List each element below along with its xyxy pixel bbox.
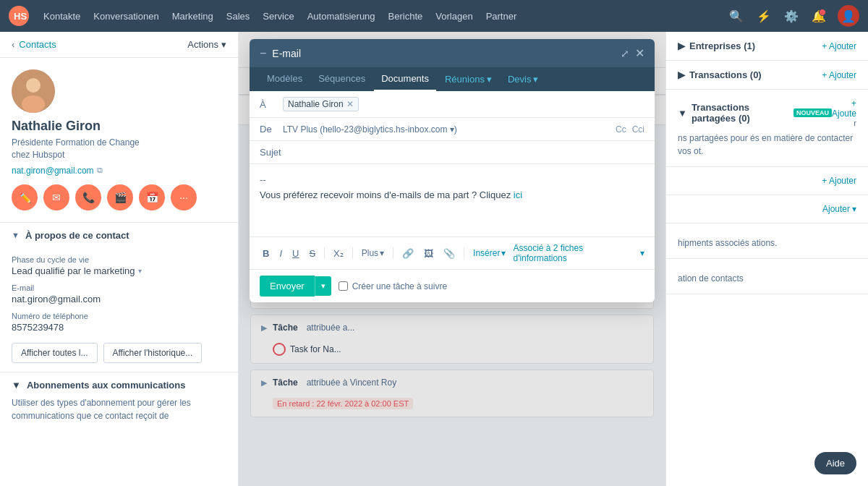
lifecycle-dropdown-icon: ▾ [138, 267, 142, 275]
subscript-button[interactable]: X₂ [331, 246, 346, 261]
link-button[interactable]: 🔗 [399, 246, 417, 261]
subscriptions-title[interactable]: ▼ Abonnements aux communications [12, 380, 226, 391]
to-label: À [260, 99, 283, 110]
chevron-down-icon: ▾ [221, 39, 226, 50]
about-section-header[interactable]: ▼ À propos de ce contact [0, 222, 238, 248]
add-multi-link[interactable]: Ajoute [832, 108, 856, 119]
modal-tab-modeles[interactable]: Modèles [260, 67, 310, 91]
image-button[interactable]: 🖼 [421, 246, 436, 261]
email-label: E-mail [12, 284, 226, 292]
email-value: nat.giron@gmail.com [12, 294, 226, 304]
edit-button[interactable]: ✏️ [12, 184, 38, 210]
modal-tabs: Modèles Séquences Documents Réunions ▾ D… [250, 67, 655, 91]
nav-berichte[interactable]: Berichte [388, 11, 423, 22]
nav-kontakte[interactable]: Kontakte [43, 11, 80, 22]
ajouter2-add-link[interactable]: Ajouter ▾ [822, 204, 856, 214]
right-sidebar: ▶ Entreprises (1) + Ajouter ▶ Transactio… [665, 32, 868, 486]
modal-tab-devis[interactable]: Devis ▾ [501, 67, 546, 91]
entreprises-header: ▶ Entreprises (1) + Ajouter [678, 40, 856, 51]
phone-label: Numéro de téléphone [12, 312, 226, 320]
shipments-section: hipments associés ations. [666, 223, 868, 259]
actions-button[interactable]: Actions ▾ [187, 39, 226, 50]
transactions-partagees-add: + Ajoute r [832, 98, 856, 127]
transactions-add-link[interactable]: + Ajouter [822, 70, 856, 80]
nav-vorlagen[interactable]: Vorlagen [435, 11, 472, 22]
modal-tab-sequences[interactable]: Séquences [311, 67, 373, 91]
cci-button[interactable]: Cci [632, 124, 644, 135]
notifications-icon[interactable]: 🔔 [810, 7, 827, 25]
insert-button[interactable]: Insérer ▾ [470, 246, 509, 260]
italic-button[interactable]: I [276, 246, 285, 261]
nav-service[interactable]: Service [263, 11, 294, 22]
video-button[interactable]: 🎬 [107, 184, 133, 210]
transactions-title: ▶ Transactions (0) [678, 69, 762, 80]
nav-marketing[interactable]: Marketing [172, 11, 213, 22]
email-body[interactable]: -- Vous préférez recevoir moins d'e-mail… [250, 164, 655, 236]
modal-header-left: − E-mail [260, 47, 301, 60]
avatar-image [12, 69, 55, 113]
settings-icon[interactable]: ⚙️ [783, 7, 800, 25]
entreprises-chevron-icon[interactable]: ▶ [678, 40, 685, 51]
modal-tab-reunions[interactable]: Réunions ▾ [438, 67, 499, 91]
more-button[interactable]: ··· [171, 184, 197, 210]
transactions-partagees-chevron-icon[interactable]: ▼ [678, 108, 687, 119]
toolbar-separator-3 [393, 247, 393, 259]
contact-profile: Nathalie Giron Présidente Formation de C… [0, 58, 238, 222]
unsubscribe-link[interactable]: ici [514, 189, 522, 200]
marketplace-icon[interactable]: ⚡ [755, 7, 773, 25]
send-button[interactable]: Envoyer [260, 276, 315, 297]
hubspot-logo[interactable]: HS [9, 6, 29, 26]
show-all-button[interactable]: Afficher toutes l... [12, 343, 98, 363]
svg-text:HS: HS [14, 11, 27, 22]
subject-label: Sujet [260, 147, 289, 158]
modal-header: − E-mail ⤢ ✕ [250, 39, 655, 67]
calendar-button[interactable]: 📅 [139, 184, 165, 210]
transactions-chevron-icon[interactable]: ▶ [678, 69, 685, 80]
sidebar-header: ‹ Contacts Actions ▾ [0, 32, 238, 58]
send-arrow-button[interactable]: ▾ [315, 276, 331, 296]
ajouter-add-link[interactable]: + Ajouter [822, 176, 856, 186]
subject-input[interactable] [289, 147, 644, 158]
cc-button[interactable]: Cc [616, 124, 626, 135]
expand-icon[interactable]: ⤢ [621, 48, 629, 59]
ajouter-header: + Ajouter [678, 176, 856, 186]
tag-remove-icon[interactable]: ✕ [346, 99, 354, 109]
search-icon[interactable]: 🔍 [728, 7, 745, 25]
nav-automatisierung[interactable]: Automatisierung [307, 11, 375, 22]
subscriptions-text: Utiliser des types d'abonnement pour gér… [12, 396, 226, 422]
association-button[interactable]: Associé à 2 fiches d'informations ▾ [513, 243, 644, 263]
create-task-checkbox-wrap: Créer une tâche à suivre [339, 281, 447, 291]
phone-value: 8575239478 [12, 322, 226, 333]
add-multi-plus-icon[interactable]: + [851, 98, 856, 108]
lifecycle-value[interactable]: Lead qualifié par le marketing ▾ [12, 265, 226, 276]
modal-tab-documents[interactable]: Documents [374, 67, 436, 91]
contacts-breadcrumb[interactable]: Contacts [19, 39, 56, 50]
create-task-checkbox[interactable] [339, 281, 348, 291]
contact-title: Présidente Formation de Change chez Hubs… [12, 137, 140, 161]
user-avatar[interactable]: 👤 [838, 5, 859, 27]
plus-button[interactable]: Plus ▾ [359, 246, 387, 260]
underline-button[interactable]: U [289, 246, 302, 261]
svg-point-3 [26, 78, 41, 93]
contact-email[interactable]: nat.giron@gmail.com ⧉ [12, 166, 103, 176]
strikethrough-button[interactable]: S [306, 246, 318, 261]
email-button[interactable]: ✉ [43, 184, 69, 210]
nav-sales[interactable]: Sales [226, 11, 250, 22]
show-history-button[interactable]: Afficher l'historique... [103, 343, 203, 363]
entreprises-title: ▶ Entreprises (1) [678, 40, 755, 51]
close-icon[interactable]: ✕ [635, 46, 644, 60]
gestion-desc: ation de contacts [678, 272, 856, 285]
copy-icon[interactable]: ⧉ [97, 166, 103, 175]
nav-partner[interactable]: Partner [486, 11, 517, 22]
transactions-partagees-section: ▼ Transactions partagées (0) NOUVEAU + A… [666, 90, 868, 167]
attachment-button[interactable]: 📎 [441, 246, 458, 261]
entreprises-add-link[interactable]: + Ajouter [822, 41, 856, 51]
aide-button[interactable]: Aide [814, 452, 856, 474]
create-task-label: Créer une tâche à suivre [352, 281, 447, 291]
bold-button[interactable]: B [260, 246, 272, 261]
action-buttons: ✏️ ✉ 📞 🎬 📅 ··· [12, 184, 197, 210]
call-button[interactable]: 📞 [75, 184, 101, 210]
nav-konversationen[interactable]: Konversationen [93, 11, 158, 22]
minimize-icon[interactable]: − [260, 47, 266, 60]
modal-header-right: ⤢ ✕ [621, 46, 644, 60]
